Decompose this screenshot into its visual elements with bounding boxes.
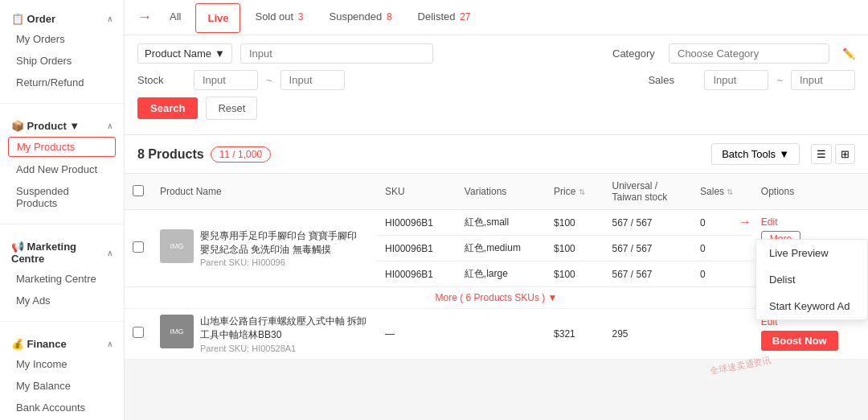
delisted-badge: 27	[460, 11, 470, 23]
td-stock-1b: 567 / 567	[604, 236, 693, 261]
tab-all[interactable]: All	[158, 2, 192, 32]
th-product-name: Product Name	[152, 174, 377, 210]
td-stock-1a: 567 / 567	[604, 210, 693, 236]
filter-field-select[interactable]: Product Name ▼	[137, 43, 232, 64]
sidebar-section-product-label: 📦 Product ▼	[11, 120, 80, 132]
sidebar-collapse-arrow: ∧	[107, 14, 113, 23]
sidebar-collapse-arrow-finance: ∧	[107, 340, 113, 348]
td-price-1a: $100	[546, 210, 604, 236]
tabs-bar: → All Live Sold out 3 Suspended 8 Delist…	[125, 0, 868, 35]
td-product-name-1: IMG 嬰兒專用手足印手腳印台 寶寶手腳印 嬰兒紀念品 免洗印油 無毒觸摸 Pa…	[152, 210, 377, 287]
reset-button[interactable]: Reset	[206, 97, 257, 120]
product-list-header: 8 Products 11 / 1,000 Batch Tools ▼ ☰ ⊞	[125, 135, 868, 174]
tab-suspended[interactable]: Suspended 8	[317, 2, 403, 32]
table-header-row: Product Name SKU Variations Price ⇅ Univ…	[125, 174, 868, 210]
sidebar-header-product[interactable]: 📦 Product ▼ ∧	[0, 113, 124, 135]
list-view-button[interactable]: ☰	[811, 144, 832, 164]
divider-3	[0, 321, 124, 322]
td-checkbox-2	[125, 309, 152, 360]
product-name-text-2: 山地車公路自行車螺紋壓入式中軸 拆卸工具中軸培林BB30	[200, 315, 369, 342]
row-checkbox-2[interactable]	[133, 327, 144, 338]
suspended-badge: 8	[387, 11, 392, 23]
edit-link-1[interactable]: Edit	[761, 216, 778, 228]
filter-stock-min-input[interactable]	[194, 70, 258, 90]
select-all-checkbox[interactable]	[133, 185, 144, 196]
sidebar-item-my-income[interactable]: My Income	[0, 353, 124, 375]
filter-area: Product Name ▼ Category ✏️ Stock ~ Sales…	[125, 35, 868, 135]
search-button[interactable]: Search	[137, 97, 198, 119]
main-content: → All Live Sold out 3 Suspended 8 Delist…	[125, 0, 868, 420]
td-product-name-2: IMG 山地車公路自行車螺紋壓入式中軸 拆卸工具中軸培林BB30 Parent …	[152, 309, 377, 360]
options-cell-2: Edit Boost Now	[761, 316, 860, 351]
filter-product-name-input[interactable]	[240, 43, 433, 64]
sidebar-section-marketing: 📢 Marketing Centre ∧ Marketing Centre My…	[0, 228, 124, 318]
sidebar-section-marketing-label: 📢 Marketing Centre	[11, 241, 107, 265]
edit-icon[interactable]: ✏️	[842, 47, 855, 60]
grid-view-button[interactable]: ⊞	[835, 144, 855, 164]
th-sku: SKU	[377, 174, 457, 210]
sidebar-item-suspended-products[interactable]: Suspended Products	[0, 180, 124, 214]
sidebar-section-order: 📋 Order ∧ My Orders Ship Orders Return/R…	[0, 0, 124, 100]
dropdown-item-keyword-ad[interactable]: Start Keyword Ad	[756, 293, 867, 319]
tab-live[interactable]: Live	[195, 3, 240, 33]
stock-label: Stock	[137, 74, 186, 86]
td-checkbox-1	[125, 210, 152, 287]
sidebar-item-ship-orders[interactable]: Ship Orders	[0, 50, 124, 72]
row-checkbox-1[interactable]	[133, 241, 144, 253]
sidebar-header-marketing[interactable]: 📢 Marketing Centre ∧	[0, 234, 124, 268]
tilde-2: ~	[776, 74, 783, 86]
dropdown-menu-1: Live Preview Delist Start Keyword Ad	[755, 239, 868, 320]
parent-sku-2: Parent SKU: HI00528A1	[200, 344, 369, 353]
sidebar-item-bank-accounts[interactable]: Bank Accounts	[0, 397, 124, 418]
product-name-cell-1: IMG 嬰兒專用手足印手腳印台 寶寶手腳印 嬰兒紀念品 免洗印油 無毒觸摸 Pa…	[160, 229, 369, 268]
product-count-badge: 11 / 1,000	[211, 146, 271, 163]
filter-row-1: Product Name ▼ Category ✏️	[137, 43, 855, 64]
th-options: Options	[753, 174, 868, 210]
sidebar-section-product: 📦 Product ▼ ∧ My Products Add New Produc…	[0, 107, 124, 220]
filter-sales-min-input[interactable]	[704, 70, 768, 90]
sidebar-item-my-ads[interactable]: My Ads	[0, 290, 124, 311]
sidebar-item-my-balance[interactable]: My Balance	[0, 375, 124, 397]
tab-delisted[interactable]: Delisted 27	[407, 2, 482, 32]
td-sku-1a: HI00096B1	[377, 210, 457, 236]
more-products-label[interactable]: More ( 6 Products SKUs ) ▼	[436, 292, 558, 303]
sidebar-item-add-new-product[interactable]: Add New Product	[0, 159, 124, 180]
sidebar-item-return-refund[interactable]: Return/Refund	[0, 72, 124, 93]
product-name-info-2: 山地車公路自行車螺紋壓入式中軸 拆卸工具中軸培林BB30 Parent SKU:…	[200, 315, 369, 353]
dropdown-item-live-preview[interactable]: Live Preview	[756, 240, 867, 266]
td-sku-2: —	[377, 309, 457, 360]
sidebar-item-my-products[interactable]: My Products	[8, 137, 116, 157]
price-sort-icon[interactable]: ⇅	[579, 187, 585, 196]
batch-tools-button[interactable]: Batch Tools ▼	[711, 143, 800, 165]
sidebar-item-marketing-centre[interactable]: Marketing Centre	[0, 268, 124, 290]
view-toggle: ☰ ⊞	[811, 144, 855, 164]
sidebar: 📋 Order ∧ My Orders Ship Orders Return/R…	[0, 0, 125, 420]
sidebar-section-finance: 💰 Finance ∧ My Income My Balance Bank Ac…	[0, 325, 124, 420]
table-header: Product Name SKU Variations Price ⇅ Univ…	[125, 174, 868, 210]
filter-stock-max-input[interactable]	[280, 70, 345, 90]
product-name-info-1: 嬰兒專用手足印手腳印台 寶寶手腳印 嬰兒紀念品 免洗印油 無毒觸摸 Parent…	[200, 229, 369, 268]
boost-now-button[interactable]: Boost Now	[761, 331, 838, 351]
table-body: IMG 嬰兒專用手足印手腳印台 寶寶手腳印 嬰兒紀念品 免洗印油 無毒觸摸 Pa…	[125, 210, 868, 360]
filter-category-input[interactable]	[669, 43, 829, 64]
th-stock: Universal /Taiwan stock	[604, 174, 693, 210]
td-stock-1c: 567 / 567	[604, 261, 693, 287]
product-image-2: IMG	[160, 315, 194, 348]
sidebar-section-finance-label: 💰 Finance	[11, 338, 67, 350]
td-sku-1c: HI00096B1	[377, 261, 457, 287]
dropdown-item-delist[interactable]: Delist	[756, 266, 867, 293]
td-variation-1b: 紅色,medium	[457, 236, 546, 261]
sidebar-item-my-orders[interactable]: My Orders	[0, 28, 124, 50]
tab-sold-out[interactable]: Sold out 3	[244, 2, 314, 32]
filter-sales-max-input[interactable]	[791, 70, 855, 90]
product-count-area: 8 Products 11 / 1,000	[137, 146, 271, 163]
td-options-1: → Edit More Live Preview Delist Start Ke…	[753, 210, 868, 287]
tilde-1: ~	[266, 74, 272, 86]
sold-out-badge: 3	[298, 11, 304, 23]
sidebar-section-order-label: 📋 Order	[11, 13, 55, 25]
sidebar-header-finance[interactable]: 💰 Finance ∧	[0, 331, 124, 353]
td-sales-2	[692, 309, 753, 360]
filter-row-3: Search Reset	[137, 97, 855, 120]
sidebar-header-order[interactable]: 📋 Order ∧	[0, 6, 124, 28]
sales-sort-icon[interactable]: ⇅	[727, 187, 733, 196]
